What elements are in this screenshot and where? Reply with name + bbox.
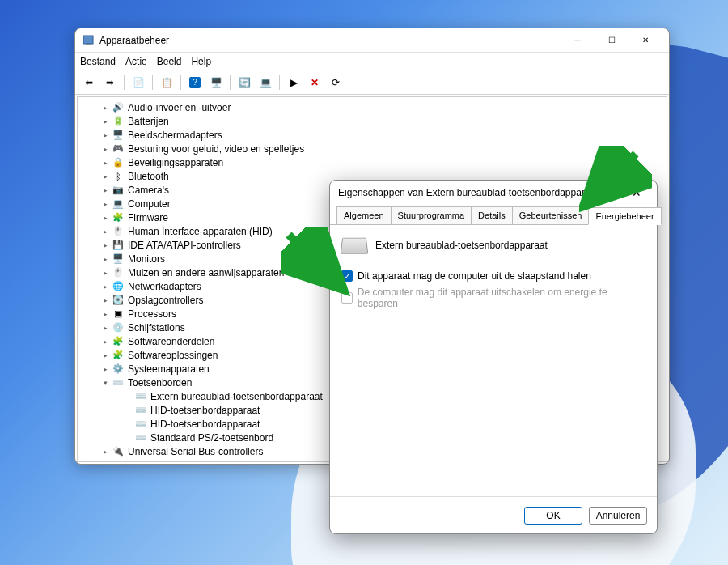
separator [279,75,280,90]
device-category-icon: 💾 [112,239,125,252]
expander-icon[interactable]: ▸ [100,145,110,153]
tree-item[interactable]: ▸🔒Beveiligingsapparaten [78,155,667,169]
tree-item-label: Toetsenborden [128,377,192,389]
expander-icon[interactable]: ▸ [100,351,110,359]
tree-item-label: Netwerkadapters [128,281,201,292]
tree-item[interactable]: ▸🎮Besturing voor geluid, video en spelle… [78,142,667,155]
separator [124,75,125,90]
refresh-button[interactable]: ⟳ [327,74,345,91]
svg-rect-0 [83,36,93,44]
tab-strip: Algemeen Stuurprogramma Details Gebeurte… [330,206,657,225]
device-category-icon: 🔒 [112,156,125,169]
device-category-icon: 🧩 [112,349,125,362]
device-category-icon: 🧩 [112,211,125,224]
expander-icon[interactable]: ▾ [100,379,110,387]
uninstall-button[interactable]: ✕ [306,74,324,91]
tab-general[interactable]: Algemeen [336,206,392,224]
expander-icon[interactable]: ▸ [100,365,110,373]
tree-item-label: Softwareonderdelen [128,336,214,347]
device-category-icon: 🔋 [112,115,125,128]
tab-details[interactable]: Details [471,206,513,224]
back-button[interactable]: ⬅ [80,74,98,91]
up-button[interactable]: 📄 [129,74,147,91]
device-category-icon: 🎮 [112,142,125,155]
tree-item[interactable]: ▸🔊Audio-invoer en -uitvoer [78,100,667,114]
expander-icon[interactable]: ▸ [100,131,110,139]
tree-item[interactable]: ▸🔋Batterijen [78,114,667,128]
device-category-icon: 🔌 [112,445,125,458]
cancel-button[interactable]: Annuleren [589,507,647,525]
menu-file[interactable]: Bestand [80,56,116,67]
dialog-footer: OK Annuleren [330,496,657,533]
update-driver-button[interactable]: 🔄 [235,74,253,91]
expander-icon[interactable]: ▸ [100,310,110,318]
device-category-icon: 💿 [112,321,125,334]
close-button[interactable]: ✕ [629,28,662,53]
expander-icon[interactable]: ▸ [100,186,110,194]
expander-icon[interactable]: ▸ [100,159,110,167]
tree-item-label: Computer [128,198,171,210]
wake-computer-checkbox[interactable]: ✓ [341,270,353,282]
tree-item[interactable]: ▸🖥️Beeldschermadapters [78,128,667,142]
properties-button[interactable]: 📋 [158,74,176,91]
tree-item-label: Universal Serial Bus-controllers [128,446,263,457]
device-category-icon: ⌨️ [134,418,147,431]
device-category-icon: 🖱️ [112,225,125,238]
expander-icon[interactable]: ▸ [100,296,110,304]
tree-item-label: HID-toetsenbordapparaat [150,405,260,416]
tree-item-label: HID-toetsenbordapparaat [150,418,260,430]
ok-button[interactable]: OK [524,507,582,525]
expander-icon[interactable]: ▸ [100,241,110,249]
expander-icon[interactable]: ▸ [100,338,110,346]
expander-icon[interactable]: ▸ [100,214,110,222]
device-category-icon: 🌐 [112,280,125,293]
menu-help[interactable]: Help [191,56,211,67]
tree-item-label: Bluetooth [128,171,169,182]
tab-events[interactable]: Gebeurtenissen [512,206,590,224]
expander-icon[interactable]: ▸ [100,104,110,112]
dialog-titlebar: Eigenschappen van Extern bureaublad-toet… [330,181,657,205]
tree-item-label: Extern bureaublad-toetsenbordapparaat [150,391,323,402]
tree-item-label: Processors [128,308,176,320]
device-category-icon: 📷 [112,184,125,197]
device-category-icon: ⌨️ [134,431,147,444]
expander-icon[interactable]: ▸ [100,227,110,236]
titlebar: Apparaatbeheer ─ ☐ ✕ [75,28,669,53]
expander-icon[interactable]: ▸ [100,448,110,456]
separator [180,75,181,90]
tab-power[interactable]: Energiebeheer [588,207,661,225]
forward-button[interactable]: ➡ [101,74,119,91]
expander-icon[interactable]: ▸ [100,282,110,291]
scan-button[interactable]: 💻 [256,74,274,91]
expander-icon[interactable]: ▸ [100,324,110,332]
device-name: Extern bureaublad-toetsenbordapparaat [375,240,548,251]
tab-driver[interactable]: Stuurprogramma [391,206,472,224]
maximize-button[interactable]: ☐ [595,28,629,53]
menu-action[interactable]: Actie [125,56,147,67]
minimize-button[interactable]: ─ [561,28,595,53]
tree-item-label: Besturing voor geluid, video en spelletj… [128,143,304,155]
expander-icon[interactable]: ▸ [100,117,110,125]
enable-button[interactable]: ▶ [285,74,303,91]
device-category-icon: ᛒ [112,170,125,183]
expander-icon[interactable]: ▸ [100,200,110,208]
tree-item-label: Systeemapparaten [128,363,210,375]
window-title: Apparaatbeheer [99,35,561,46]
expander-icon[interactable]: ▸ [100,172,110,181]
tree-item-label: Opslagcontrollers [128,295,203,306]
expander-icon[interactable]: ▸ [100,255,110,263]
dialog-close-button[interactable]: ✕ [624,181,649,205]
expander-icon[interactable]: ▸ [100,269,110,277]
scan-hardware-icon[interactable]: 🖥️ [207,74,225,91]
menu-view[interactable]: Beeld [157,56,182,67]
dialog-title: Eigenschappen van Extern bureaublad-toet… [338,187,624,198]
tree-item-label: Beeldschermadapters [128,130,222,141]
tree-item-label: Muizen en andere aanwijsapparaten [128,267,284,278]
help-button[interactable]: ? [186,74,204,91]
tree-item-label: IDE ATA/ATAPI-controllers [128,240,241,251]
tree-item-label: Standaard PS/2-toetsenbord [150,432,273,444]
tree-item-label: Beveiligingsapparaten [128,157,223,168]
device-category-icon: 🖱️ [112,266,125,279]
device-header: Extern bureaublad-toetsenbordapparaat [341,236,645,254]
tree-item-label: Human Interface-apparaten (HID) [128,226,273,237]
